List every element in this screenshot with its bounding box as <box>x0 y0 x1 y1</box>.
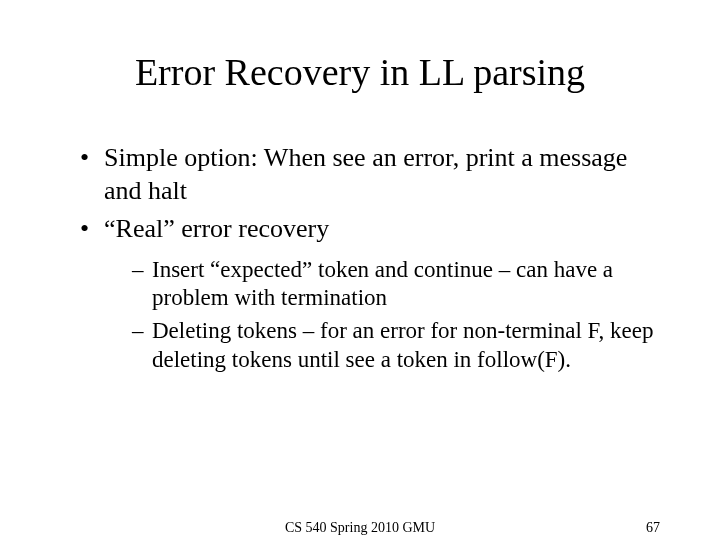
sub-item: Insert “expected” token and continue – c… <box>132 256 660 314</box>
footer-course: CS 540 Spring 2010 GMU <box>285 520 435 536</box>
bullet-list: Simple option: When see an error, print … <box>60 142 660 375</box>
page-number: 67 <box>646 520 660 536</box>
slide: Error Recovery in LL parsing Simple opti… <box>0 0 720 540</box>
sub-item: Deleting tokens – for an error for non-t… <box>132 317 660 375</box>
slide-title: Error Recovery in LL parsing <box>60 50 660 94</box>
bullet-item: “Real” error recovery Insert “expected” … <box>80 213 660 375</box>
bullet-item: Simple option: When see an error, print … <box>80 142 660 207</box>
bullet-text: “Real” error recovery <box>104 214 329 243</box>
sub-list: Insert “expected” token and continue – c… <box>104 256 660 375</box>
